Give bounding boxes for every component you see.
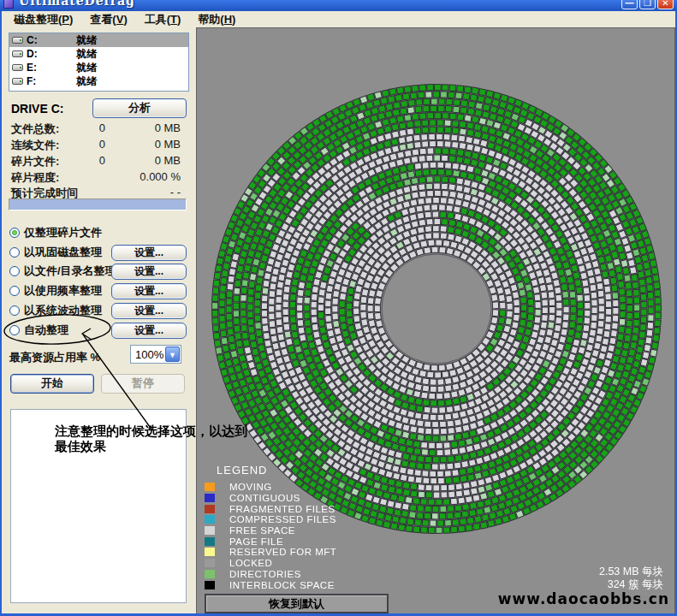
fragmented-swatch	[205, 505, 215, 513]
settings-button-volatility[interactable]: 设置...	[111, 303, 187, 319]
window-border-left	[0, 11, 2, 616]
radio-icon[interactable]	[9, 286, 20, 296]
cluster-text: 324 簇 每块	[599, 578, 663, 591]
legend-item-contiguous: CONTIGUOUS	[205, 493, 336, 504]
app-icon	[3, 0, 14, 9]
watermark: www.daocaobbs.cn	[498, 590, 669, 607]
option-fragmented-only[interactable]: 仅整理碎片文件	[9, 226, 102, 240]
stat-contiguous-files: 连续文件: 0 0 MB	[11, 138, 187, 151]
chevron-down-icon[interactable]: ▼	[165, 346, 180, 362]
stat-eta: 预计完成时间 - -	[11, 186, 187, 199]
menu-bar: 磁盘整理(P) 查看(V) 工具(T) 帮助(H)	[0, 11, 677, 27]
drive-list: C: 就绪 D: 就绪 E: 就绪 F: 就绪	[9, 33, 189, 92]
legend-item-mft: RESERVED FOR MFT	[205, 547, 336, 558]
maximize-button[interactable]: ❐	[639, 0, 656, 9]
drive-row-d[interactable]: D: 就绪	[9, 47, 188, 61]
legend-title: LEGEND	[217, 464, 336, 477]
control-panel: C: 就绪 D: 就绪 E: 就绪 F: 就绪 DRIVE C: 分析 文件总数…	[0, 27, 196, 613]
locked-swatch	[205, 559, 215, 567]
option-volatility[interactable]: 以系统波动整理	[9, 304, 102, 317]
freespace-swatch	[205, 526, 215, 535]
directories-swatch	[205, 570, 215, 578]
drive-status: 就绪	[76, 47, 97, 62]
drive-status: 就绪	[76, 33, 97, 48]
drive-status: 就绪	[76, 74, 97, 89]
settings-button-auto[interactable]: 设置...	[111, 323, 187, 339]
option-frequency[interactable]: 以使用频率整理	[9, 284, 102, 298]
settings-button-filename[interactable]: 设置...	[111, 264, 187, 280]
legend-item-moving: MOVING	[205, 482, 336, 493]
drive-icon	[12, 37, 23, 44]
block-size-text: 2.53 MB 每块	[599, 566, 663, 578]
resource-usage-select[interactable]: 100% ▼	[130, 345, 181, 364]
drive-icon	[12, 78, 23, 85]
menu-defrag[interactable]: 磁盘整理(P)	[7, 11, 80, 28]
progress-bar	[9, 198, 187, 210]
legend-item-interblock: INTERBLOCK SPACE	[205, 579, 336, 590]
radio-icon[interactable]	[9, 266, 20, 276]
legend-item-compressed: COMPRESSED FILES	[205, 514, 336, 525]
stat-fragmentation: 碎片程度: 0.000 %	[11, 170, 187, 184]
menu-tools[interactable]: 工具(T)	[138, 11, 188, 28]
stat-total-files: 文件总数: 0 0 MB	[11, 121, 187, 135]
drive-row-e[interactable]: E: 就绪	[9, 61, 188, 74]
legend-item-fragmented: FRAGMENTED FILES	[205, 503, 336, 514]
drive-row-f[interactable]: F: 就绪	[9, 74, 188, 88]
close-button[interactable]: ✕	[657, 0, 674, 9]
legend-item-directories: DIRECTORIES	[205, 569, 336, 580]
start-button[interactable]: 开始	[10, 374, 94, 394]
settings-button-consolidate[interactable]: 设置...	[111, 245, 187, 261]
pause-button: 暂停	[101, 374, 185, 394]
radio-icon[interactable]	[9, 305, 20, 316]
block-info: 2.53 MB 每块 324 簇 每块	[599, 566, 663, 591]
app-window: UltimateDefrag — ❐ ✕ 磁盘整理(P) 查看(V) 工具(T)…	[0, 0, 677, 616]
radio-icon[interactable]	[9, 325, 20, 335]
mft-swatch	[205, 548, 215, 556]
title-bar[interactable]: UltimateDefrag — ❐ ✕	[0, 0, 677, 11]
drive-icon	[12, 50, 23, 57]
option-auto[interactable]: 自动整理	[9, 323, 68, 337]
option-filename[interactable]: 以文件/目录名整理	[9, 264, 116, 278]
resource-usage-label: 最高资源占用率 %	[9, 350, 100, 365]
log-listbox[interactable]	[10, 409, 187, 603]
minimize-button[interactable]: —	[621, 0, 638, 9]
radio-icon[interactable]	[9, 247, 20, 258]
radio-icon[interactable]	[9, 228, 20, 238]
restore-default-button[interactable]: 恢复到默认	[205, 594, 389, 613]
legend-item-freespace: FREE SPACE	[205, 525, 336, 536]
legend-item-pagefile: PAGE FILE	[205, 536, 336, 547]
window-title: UltimateDefrag	[19, 0, 135, 8]
option-consolidate[interactable]: 以巩固磁盘整理	[9, 246, 102, 259]
compressed-swatch	[205, 515, 215, 524]
legend: LEGEND MOVING CONTIGUOUS FRAGMENTED FILE…	[205, 464, 336, 590]
settings-button-frequency[interactable]: 设置...	[111, 283, 187, 299]
current-drive-label: DRIVE C:	[11, 102, 63, 116]
legend-item-locked: LOCKED	[205, 558, 336, 569]
interblock-swatch	[205, 581, 215, 589]
analyze-button[interactable]: 分析	[92, 98, 187, 118]
drive-icon	[12, 64, 23, 71]
drive-row-c[interactable]: C: 就绪	[9, 33, 188, 47]
menu-view[interactable]: 查看(V)	[83, 11, 134, 28]
pagefile-swatch	[205, 537, 215, 546]
moving-swatch	[205, 483, 215, 491]
contiguous-swatch	[205, 494, 215, 502]
disk-map-panel: LEGEND MOVING CONTIGUOUS FRAGMENTED FILE…	[196, 27, 675, 613]
menu-help[interactable]: 帮助(H)	[191, 11, 242, 28]
drive-status: 就绪	[76, 61, 97, 75]
stat-fragmented-files: 碎片文件: 0 0 MB	[11, 154, 187, 168]
